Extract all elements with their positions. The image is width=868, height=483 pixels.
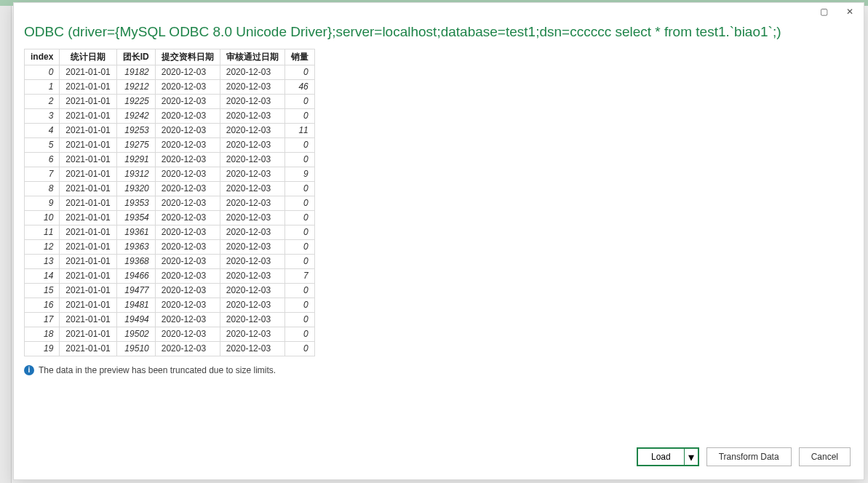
cell-submit_date: 2020-12-03 bbox=[155, 79, 220, 94]
cell-index: 9 bbox=[25, 196, 60, 210]
table-row[interactable]: 52021-01-01192752020-12-032020-12-030 bbox=[25, 137, 315, 152]
preview-table: index 统计日期 团长ID 提交资料日期 审核通过日期 销量 02021-0… bbox=[24, 49, 315, 356]
cell-approve_date: 2020-12-03 bbox=[220, 239, 284, 254]
table-row[interactable]: 112021-01-01193612020-12-032020-12-030 bbox=[25, 225, 315, 239]
cell-stat_date: 2021-01-01 bbox=[60, 312, 116, 327]
cell-index: 18 bbox=[25, 327, 60, 341]
table-row[interactable]: 32021-01-01192422020-12-032020-12-030 bbox=[25, 108, 315, 123]
cell-submit_date: 2020-12-03 bbox=[155, 94, 220, 108]
transform-data-button[interactable]: Transform Data bbox=[706, 447, 792, 466]
table-row[interactable]: 172021-01-01194942020-12-032020-12-030 bbox=[25, 312, 315, 327]
load-dropdown-button[interactable]: ▾ bbox=[684, 448, 698, 466]
cell-sales: 9 bbox=[284, 167, 314, 181]
cell-index: 6 bbox=[25, 152, 60, 167]
cell-index: 15 bbox=[25, 283, 60, 298]
cell-leader_id: 19481 bbox=[116, 298, 155, 312]
cell-sales: 11 bbox=[284, 123, 314, 137]
table-row[interactable]: 192021-01-01195102020-12-032020-12-030 bbox=[25, 341, 315, 356]
table-row[interactable]: 152021-01-01194772020-12-032020-12-030 bbox=[25, 283, 315, 298]
table-row[interactable]: 72021-01-01193122020-12-032020-12-039 bbox=[25, 167, 315, 181]
table-header-row: index 统计日期 团长ID 提交资料日期 审核通过日期 销量 bbox=[25, 49, 315, 65]
cell-stat_date: 2021-01-01 bbox=[60, 123, 116, 137]
cell-leader_id: 19510 bbox=[116, 341, 155, 356]
dialog-header: ODBC (driver={MySQL ODBC 8.0 Unicode Dri… bbox=[14, 20, 864, 49]
cell-leader_id: 19212 bbox=[116, 79, 155, 94]
restore-window-icon[interactable]: ▢ bbox=[819, 7, 829, 17]
cell-stat_date: 2021-01-01 bbox=[60, 65, 116, 79]
cell-approve_date: 2020-12-03 bbox=[220, 298, 284, 312]
cell-stat_date: 2021-01-01 bbox=[60, 341, 116, 356]
cell-approve_date: 2020-12-03 bbox=[220, 152, 284, 167]
cell-leader_id: 19253 bbox=[116, 123, 155, 137]
cell-approve_date: 2020-12-03 bbox=[220, 94, 284, 108]
cell-leader_id: 19320 bbox=[116, 181, 155, 196]
col-submit-date[interactable]: 提交资料日期 bbox=[155, 49, 220, 65]
cell-stat_date: 2021-01-01 bbox=[60, 196, 116, 210]
load-button[interactable]: Load bbox=[637, 448, 684, 466]
table-row[interactable]: 162021-01-01194812020-12-032020-12-030 bbox=[25, 298, 315, 312]
cell-approve_date: 2020-12-03 bbox=[220, 137, 284, 152]
col-sales[interactable]: 销量 bbox=[284, 49, 314, 65]
cell-leader_id: 19363 bbox=[116, 239, 155, 254]
odbc-preview-dialog: ▢ ✕ ODBC (driver={MySQL ODBC 8.0 Unicode… bbox=[13, 2, 864, 480]
cell-leader_id: 19242 bbox=[116, 108, 155, 123]
cell-approve_date: 2020-12-03 bbox=[220, 123, 284, 137]
cell-approve_date: 2020-12-03 bbox=[220, 210, 284, 225]
cell-stat_date: 2021-01-01 bbox=[60, 225, 116, 239]
table-row[interactable]: 42021-01-01192532020-12-032020-12-0311 bbox=[25, 123, 315, 137]
table-row[interactable]: 182021-01-01195022020-12-032020-12-030 bbox=[25, 327, 315, 341]
cell-approve_date: 2020-12-03 bbox=[220, 108, 284, 123]
cell-stat_date: 2021-01-01 bbox=[60, 298, 116, 312]
cell-index: 4 bbox=[25, 123, 60, 137]
cell-sales: 0 bbox=[284, 239, 314, 254]
table-row[interactable]: 122021-01-01193632020-12-032020-12-030 bbox=[25, 239, 315, 254]
dialog-footer: Load ▾ Transform Data Cancel bbox=[14, 444, 864, 479]
cell-sales: 46 bbox=[284, 79, 314, 94]
table-row[interactable]: 62021-01-01192912020-12-032020-12-030 bbox=[25, 152, 315, 167]
cell-submit_date: 2020-12-03 bbox=[155, 137, 220, 152]
cell-sales: 0 bbox=[284, 65, 314, 79]
cell-stat_date: 2021-01-01 bbox=[60, 210, 116, 225]
cell-approve_date: 2020-12-03 bbox=[220, 196, 284, 210]
cell-leader_id: 19291 bbox=[116, 152, 155, 167]
cell-stat_date: 2021-01-01 bbox=[60, 108, 116, 123]
table-row[interactable]: 02021-01-01191822020-12-032020-12-030 bbox=[25, 65, 315, 79]
cell-index: 0 bbox=[25, 65, 60, 79]
cell-leader_id: 19494 bbox=[116, 312, 155, 327]
table-row[interactable]: 92021-01-01193532020-12-032020-12-030 bbox=[25, 196, 315, 210]
cell-approve_date: 2020-12-03 bbox=[220, 79, 284, 94]
cell-leader_id: 19466 bbox=[116, 268, 155, 283]
table-row[interactable]: 102021-01-01193542020-12-032020-12-030 bbox=[25, 210, 315, 225]
cell-submit_date: 2020-12-03 bbox=[155, 65, 220, 79]
cell-submit_date: 2020-12-03 bbox=[155, 123, 220, 137]
dialog-title: ODBC (driver={MySQL ODBC 8.0 Unicode Dri… bbox=[24, 23, 853, 41]
cell-index: 8 bbox=[25, 181, 60, 196]
col-leader-id[interactable]: 团长ID bbox=[116, 49, 155, 65]
cell-sales: 0 bbox=[284, 341, 314, 356]
cell-stat_date: 2021-01-01 bbox=[60, 79, 116, 94]
cell-index: 17 bbox=[25, 312, 60, 327]
col-approve-date[interactable]: 审核通过日期 bbox=[220, 49, 284, 65]
cancel-button[interactable]: Cancel bbox=[799, 447, 851, 466]
table-row[interactable]: 142021-01-01194662020-12-032020-12-037 bbox=[25, 268, 315, 283]
table-row[interactable]: 82021-01-01193202020-12-032020-12-030 bbox=[25, 181, 315, 196]
cell-stat_date: 2021-01-01 bbox=[60, 181, 116, 196]
cell-approve_date: 2020-12-03 bbox=[220, 268, 284, 283]
cell-index: 2 bbox=[25, 94, 60, 108]
preview-content: index 统计日期 团长ID 提交资料日期 审核通过日期 销量 02021-0… bbox=[14, 49, 864, 444]
truncation-note: i The data in the preview has been trunc… bbox=[24, 365, 853, 375]
cell-leader_id: 19182 bbox=[116, 65, 155, 79]
col-index[interactable]: index bbox=[25, 49, 60, 65]
cell-submit_date: 2020-12-03 bbox=[155, 225, 220, 239]
close-window-icon[interactable]: ✕ bbox=[845, 7, 855, 17]
cell-approve_date: 2020-12-03 bbox=[220, 312, 284, 327]
table-row[interactable]: 132021-01-01193682020-12-032020-12-030 bbox=[25, 254, 315, 268]
cell-approve_date: 2020-12-03 bbox=[220, 283, 284, 298]
cell-index: 12 bbox=[25, 239, 60, 254]
col-stat-date[interactable]: 统计日期 bbox=[60, 49, 116, 65]
cell-leader_id: 19361 bbox=[116, 225, 155, 239]
table-row[interactable]: 12021-01-01192122020-12-032020-12-0346 bbox=[25, 79, 315, 94]
cell-leader_id: 19275 bbox=[116, 137, 155, 152]
cell-stat_date: 2021-01-01 bbox=[60, 283, 116, 298]
table-row[interactable]: 22021-01-01192252020-12-032020-12-030 bbox=[25, 94, 315, 108]
